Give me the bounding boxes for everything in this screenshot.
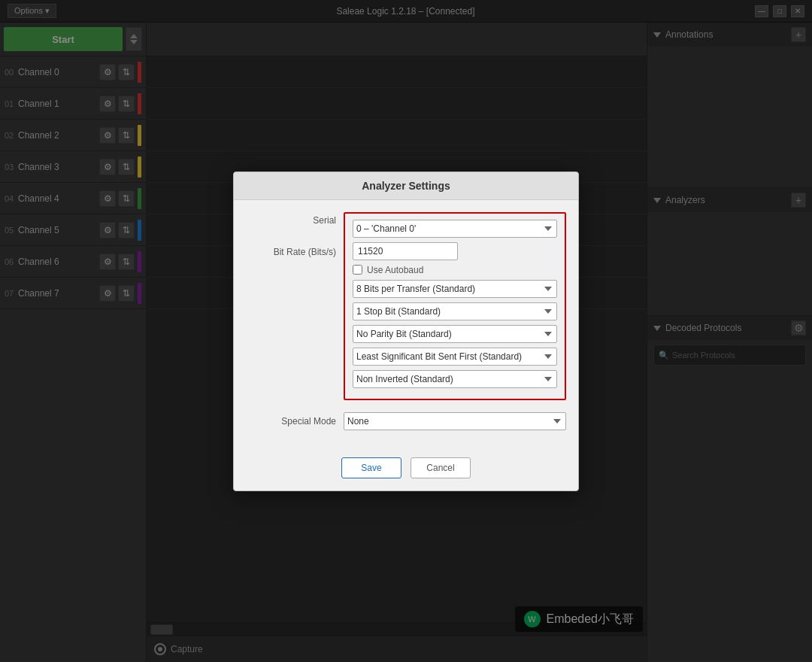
autobaud-label: Use Autobaud xyxy=(367,265,423,275)
settings-box: 0 – 'Channel 0'Use Autobaud8 Bits per Tr… xyxy=(344,212,566,400)
special-mode-row: Special ModeNone xyxy=(246,412,566,430)
dialog-body: SerialBit Rate (Bits/s)0 – 'Channel 0'Us… xyxy=(234,200,578,450)
autobaud-row: Use Autobaud xyxy=(353,265,557,275)
analyzer-settings-dialog: Analyzer Settings SerialBit Rate (Bits/s… xyxy=(233,172,579,491)
invert-select[interactable]: Non Inverted (Standard) xyxy=(353,370,557,388)
bitrate-label: Bit Rate (Bits/s) xyxy=(246,247,344,257)
autobaud-checkbox[interactable] xyxy=(353,265,362,275)
dialog-title: Analyzer Settings xyxy=(234,172,578,200)
serial-label: Serial xyxy=(246,215,344,226)
bits-per-transfer-select[interactable]: 8 Bits per Transfer (Standard) xyxy=(353,280,557,298)
bitrate-input[interactable] xyxy=(353,242,458,260)
parity-select[interactable]: No Parity Bit (Standard) xyxy=(353,325,557,343)
bit-order-select[interactable]: Least Significant Bit Sent First (Standa… xyxy=(353,348,557,366)
dialog-footer: Save Cancel xyxy=(234,450,578,490)
save-button[interactable]: Save xyxy=(341,457,401,478)
dialog-form: SerialBit Rate (Bits/s)0 – 'Channel 0'Us… xyxy=(246,212,566,408)
special-mode-label: Special Mode xyxy=(246,416,344,427)
serial-select[interactable]: 0 – 'Channel 0' xyxy=(353,220,557,238)
modal-overlay[interactable]: Analyzer Settings SerialBit Rate (Bits/s… xyxy=(0,0,812,662)
stop-bit-select[interactable]: 1 Stop Bit (Standard) xyxy=(353,302,557,320)
special-mode-select[interactable]: None xyxy=(344,412,566,430)
cancel-button[interactable]: Cancel xyxy=(411,457,471,478)
